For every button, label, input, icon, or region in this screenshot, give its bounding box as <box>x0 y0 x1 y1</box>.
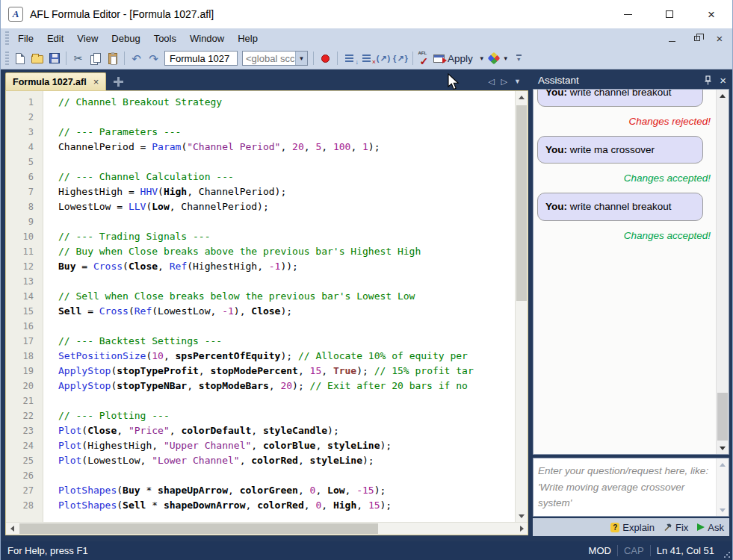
menu-item-edit[interactable]: Edit <box>40 30 70 47</box>
mdi-restore-button[interactable] <box>689 31 702 45</box>
code-line[interactable]: // --- Channel Calculation --- <box>58 169 515 184</box>
assistant-input-area <box>533 458 729 517</box>
save-button[interactable] <box>46 50 63 66</box>
menu-item-file[interactable]: File <box>11 30 40 47</box>
code-line[interactable]: // --- Plotting --- <box>58 408 515 423</box>
scroll-down-icon[interactable] <box>516 510 528 522</box>
scroll-up-icon[interactable] <box>717 458 729 470</box>
user-message-bubble: You: write channel breakout <box>537 193 703 221</box>
chevron-down-icon: ▼ <box>479 55 485 62</box>
prev-function-button[interactable]: (↗) <box>375 50 392 66</box>
code-line[interactable] <box>58 274 515 289</box>
maximize-button[interactable] <box>649 0 690 28</box>
menu-item-tools[interactable]: Tools <box>147 30 183 47</box>
scrollbar-thumb[interactable] <box>19 523 378 534</box>
code-line[interactable]: ChannelPeriod = Param("Channel Period", … <box>58 140 515 155</box>
redo-button[interactable]: ↷ <box>145 50 162 66</box>
formula-name-field[interactable]: Formula 1027 <box>164 51 238 66</box>
editor-horizontal-scrollbar[interactable] <box>6 522 528 535</box>
code-line[interactable] <box>58 110 515 125</box>
editor-vertical-scrollbar[interactable] <box>515 91 528 522</box>
scroll-up-icon[interactable] <box>516 91 528 103</box>
scroll-left-icon[interactable] <box>6 523 18 535</box>
code-line[interactable]: HighestHigh = HHV(High, ChannelPeriod); <box>58 184 515 199</box>
next-function-button[interactable]: {↗} <box>392 50 409 66</box>
menu-item-window[interactable]: Window <box>183 30 231 47</box>
code-line[interactable]: // --- Backtest Settings --- <box>58 334 515 349</box>
app-icon: A <box>8 7 23 22</box>
chat-scrollbar[interactable] <box>716 90 729 454</box>
input-scrollbar[interactable] <box>716 458 729 516</box>
assistant-close-icon[interactable]: × <box>720 75 726 86</box>
syntax-check-button[interactable]: AFL✓ <box>416 50 433 66</box>
scroll-tabs-right-icon[interactable]: ▷ <box>501 78 507 86</box>
code-line[interactable]: // --- Parameters --- <box>58 125 515 140</box>
record-button[interactable] <box>317 50 334 66</box>
menu-item-help[interactable]: Help <box>231 30 265 47</box>
code-line[interactable]: SetPositionSize(10, spsPercentOfEquity);… <box>58 349 515 364</box>
code-line[interactable]: Plot(LowestLow, "Lower Channel", colorRe… <box>58 453 515 468</box>
code-editor[interactable]: 1234567891011121314151617181920212223242… <box>6 91 528 522</box>
code-line[interactable]: // Buy when Close breaks above the previ… <box>58 244 515 259</box>
insert-color-button[interactable]: ▼ <box>488 50 512 66</box>
code-line[interactable]: Plot(HighestHigh, "Upper Channel", color… <box>58 438 515 453</box>
scrollbar-thumb[interactable] <box>516 105 527 301</box>
code-line[interactable] <box>58 468 515 483</box>
toolbar-grip[interactable] <box>5 31 9 45</box>
new-file-button[interactable] <box>11 50 28 66</box>
clear-list-button[interactable]: × <box>358 50 375 66</box>
open-file-button[interactable] <box>28 50 46 66</box>
code-line[interactable]: ApplyStop(stopTypeNBar, stopModeBars, 20… <box>58 379 515 393</box>
mdi-close-button[interactable]: × <box>713 31 726 45</box>
minimize-button[interactable] <box>607 0 649 28</box>
tab-list-dropdown-icon[interactable]: ▼ <box>514 78 521 85</box>
code-line[interactable]: Buy = Cross(Close, Ref(HighestHigh, -1))… <box>58 259 515 274</box>
apply-button[interactable]: Apply ▼ <box>433 50 488 66</box>
paste-button[interactable] <box>104 50 121 66</box>
scroll-right-icon[interactable] <box>516 523 528 535</box>
code-line[interactable]: // Sell when Close breaks below the prev… <box>58 289 515 304</box>
tab-formula-1027[interactable]: Formula 1027.afl × <box>5 72 106 90</box>
cut-button[interactable]: ✂ <box>69 50 87 66</box>
move-tab-icon[interactable] <box>114 77 123 87</box>
menu-item-view[interactable]: View <box>70 30 105 47</box>
close-button[interactable]: × <box>690 0 732 28</box>
ask-button[interactable]: Ask <box>697 522 724 533</box>
copy-button[interactable] <box>87 50 104 66</box>
pin-icon[interactable] <box>704 75 712 85</box>
code-line[interactable]: // Channel Breakout Strategy <box>58 95 515 110</box>
goto-line-button[interactable]: ↓ <box>341 50 358 66</box>
scroll-down-icon[interactable] <box>717 504 729 516</box>
undo-button[interactable]: ↶ <box>128 50 145 66</box>
scrollbar-thumb[interactable] <box>717 393 728 441</box>
code-line[interactable]: PlotShapes(Buy * shapeUpArrow, colorGree… <box>58 483 515 498</box>
scroll-down-icon[interactable] <box>717 442 729 454</box>
code-line[interactable]: Plot(Close, "Price", colorDefault, style… <box>58 423 515 438</box>
line-number: 17 <box>6 334 43 349</box>
code-line[interactable] <box>58 214 515 229</box>
code-line[interactable]: PlotShapes(Sell * shapeDownArrow, colorR… <box>58 498 515 513</box>
resize-grip[interactable] <box>723 551 731 559</box>
toolbar-grip-2[interactable] <box>5 52 9 65</box>
fix-button[interactable]: Fix <box>664 522 688 533</box>
mdi-minimize-button[interactable] <box>665 31 678 45</box>
scroll-up-icon[interactable] <box>717 90 729 102</box>
tab-close-icon[interactable]: × <box>93 77 99 87</box>
chevron-down-icon[interactable]: ▼ <box>295 52 307 65</box>
code-line[interactable]: Sell = Cross(Ref(LowestLow, -1), Close); <box>58 304 515 319</box>
scroll-tabs-left-icon[interactable]: ◁ <box>488 78 494 86</box>
explain-button[interactable]: ? Explain <box>610 522 655 533</box>
menu-item-debug[interactable]: Debug <box>105 30 146 47</box>
code-line[interactable] <box>58 155 515 169</box>
scope-combo[interactable]: <global scc ▼ <box>242 51 308 66</box>
code-line[interactable] <box>58 393 515 408</box>
tab-label: Formula 1027.afl <box>13 77 87 87</box>
code-line[interactable]: // --- Trading Signals --- <box>58 229 515 244</box>
code-line[interactable] <box>58 319 515 334</box>
code-line[interactable]: ApplyStop(stopTypeProfit, stopModePercen… <box>58 364 515 379</box>
line-number: 18 <box>6 349 43 364</box>
assistant-input[interactable] <box>533 458 716 516</box>
code-area[interactable]: // Channel Breakout Strategy// --- Param… <box>44 91 515 522</box>
code-line[interactable]: LowestLow = LLV(Low, ChannelPeriod); <box>58 199 515 214</box>
toolbar-overflow-button[interactable]: ▼ <box>516 55 522 62</box>
